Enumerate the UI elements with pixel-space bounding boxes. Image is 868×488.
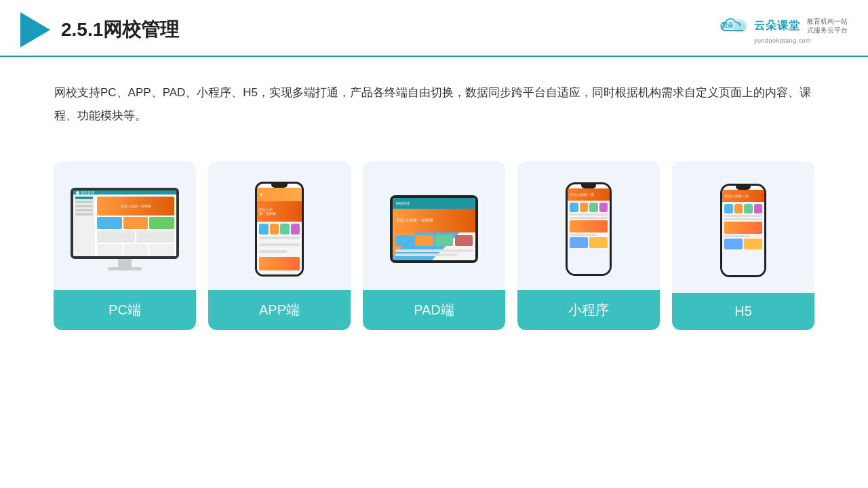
monitor-card-blue	[97, 217, 122, 229]
card-label-app: APP端	[208, 290, 351, 330]
miniapp-icon-4	[599, 203, 608, 212]
card-image-app: 职达人的第一堂网课	[248, 161, 311, 290]
phone-icon-3	[280, 224, 290, 235]
phone-line-1	[259, 237, 300, 239]
miniapp-bottom-cards	[570, 237, 608, 248]
monitor-card-row-1	[97, 217, 174, 229]
card-image-pc: 课堂管理 职达人的	[64, 161, 186, 290]
monitor-sidebar	[73, 195, 95, 258]
tablet-topbar: 网课管理	[393, 198, 475, 209]
phone-card-orange	[259, 257, 300, 270]
phone-screen-app: 职达人的第一堂网课	[257, 188, 302, 274]
page-title: 2.5.1网校管理	[61, 17, 179, 43]
h5-icon-3	[744, 204, 753, 214]
phone-icon-2	[270, 224, 279, 235]
card-label-pc: PC端	[54, 290, 196, 330]
header-left: 2.5.1网校管理	[20, 12, 179, 47]
logo-slogan: 教育机构一站式服务云平台	[807, 17, 848, 35]
phone-icon-row	[259, 224, 300, 235]
card-app: 职达人的第一堂网课	[208, 161, 351, 330]
monitor-card-row-3	[97, 244, 174, 256]
monitor-stand	[118, 259, 132, 267]
card-h5: 职达人的第一堂	[672, 161, 814, 330]
h5-line-3	[724, 235, 751, 237]
phone-content	[257, 222, 302, 272]
monitor-card-orange	[123, 217, 149, 229]
h5-banner: 职达人的第一堂	[722, 190, 764, 202]
tablet-card-4	[455, 235, 473, 246]
brand-triangle-icon	[20, 12, 50, 47]
monitor-card-gray-1	[97, 230, 135, 243]
miniapp-icon-row	[570, 203, 608, 212]
tablet-line-2	[395, 253, 457, 256]
h5-icon-1	[724, 204, 733, 214]
card-pad: 网课管理 职达人的第一堂网课	[363, 161, 505, 330]
card-miniapp: 职达人的第一堂	[517, 161, 660, 330]
pc-mockup: 课堂管理 职达人的	[71, 188, 179, 270]
miniapp-line-1	[570, 214, 608, 216]
h5-line-1	[724, 215, 762, 217]
phone-line-2	[259, 243, 300, 246]
h5-banner-text: 职达人的第一堂	[725, 194, 749, 198]
cloud-logo-group: 云朵 云朵课堂 教育机构一站式服务云平台	[717, 16, 848, 36]
monitor-banner: 职达人的第一堂网课	[97, 197, 174, 216]
card-pc: 课堂管理 职达人的	[54, 161, 196, 330]
miniapp-content	[568, 201, 610, 250]
h5-bottom-cards	[724, 239, 762, 249]
phone-icon-1	[259, 224, 269, 235]
tablet-lines	[395, 249, 473, 256]
phone-mockup-h5: 职达人的第一堂	[720, 184, 766, 277]
device-cards-container: 课堂管理 职达人的	[0, 148, 868, 350]
phone-mockup-miniapp: 职达人的第一堂	[566, 182, 612, 276]
cloud-icon: 云朵	[717, 16, 750, 36]
brand-logo: 云朵 云朵课堂 教育机构一站式服务云平台 yunduoketang.com	[717, 16, 848, 44]
monitor-card-gray-2	[136, 230, 174, 243]
tablet-mockup-pad: 网课管理 职达人的第一堂网课	[390, 195, 478, 263]
phone-banner: 职达人的第一堂网课	[257, 201, 302, 222]
monitor-content: 职达人的第一堂网课	[73, 195, 176, 258]
h5-bcard-2	[744, 239, 762, 249]
phone-mockup-app: 职达人的第一堂网课	[255, 182, 304, 277]
tablet-card-3	[435, 235, 453, 246]
miniapp-banner: 职达人的第一堂	[568, 188, 610, 201]
h5-bcard-1	[724, 239, 743, 249]
tablet-screen: 网课管理 职达人的第一堂网课	[393, 198, 475, 260]
tablet-line-1	[395, 249, 473, 252]
tablet-banner: 职达人的第一堂网课	[393, 209, 475, 232]
tablet-cards	[395, 235, 473, 246]
miniapp-bcard-1	[570, 237, 588, 248]
card-label-miniapp: 小程序	[517, 290, 660, 330]
tablet-card-2	[415, 235, 433, 246]
h5-content	[722, 202, 764, 251]
miniapp-icon-2	[580, 203, 589, 212]
h5-icon-row	[724, 204, 762, 214]
tablet-card-1	[395, 235, 413, 246]
miniapp-bcard-2	[589, 237, 608, 248]
miniapp-icon-1	[570, 203, 578, 212]
card-label-pad: PAD端	[363, 290, 505, 330]
monitor-base	[108, 267, 142, 270]
phone-line-3	[259, 250, 288, 253]
phone-icon-4	[291, 224, 300, 235]
monitor-body: 课堂管理 职达人的	[71, 188, 179, 259]
miniapp-screen: 职达人的第一堂	[568, 188, 610, 274]
card-image-h5: 职达人的第一堂	[713, 161, 773, 293]
h5-screen: 职达人的第一堂	[722, 190, 764, 275]
monitor-screen: 课堂管理 职达人的	[73, 190, 176, 256]
phone-banner-text: 职达人的第一堂网课	[259, 207, 276, 216]
card-image-pad: 网课管理 职达人的第一堂网课	[383, 161, 485, 290]
tablet-topbar-text: 网课管理	[396, 201, 410, 205]
page-header: 2.5.1网校管理 云朵 云朵课堂 教育机构一站式服务云平台 yunduoket…	[0, 0, 868, 57]
miniapp-banner-text: 职达人的第一堂	[570, 192, 594, 197]
card-image-miniapp: 职达人的第一堂	[559, 161, 618, 290]
monitor-main-area: 职达人的第一堂网课	[95, 195, 176, 258]
phone-header-bar	[257, 188, 302, 201]
monitor-card-row-2	[97, 230, 174, 243]
miniapp-line-3	[570, 234, 596, 236]
h5-icon-2	[734, 204, 743, 214]
card-label-h5: H5	[672, 293, 814, 330]
h5-card	[724, 222, 762, 234]
miniapp-card	[570, 220, 608, 232]
h5-line-2	[724, 218, 762, 220]
phone-header-circle	[260, 193, 262, 196]
